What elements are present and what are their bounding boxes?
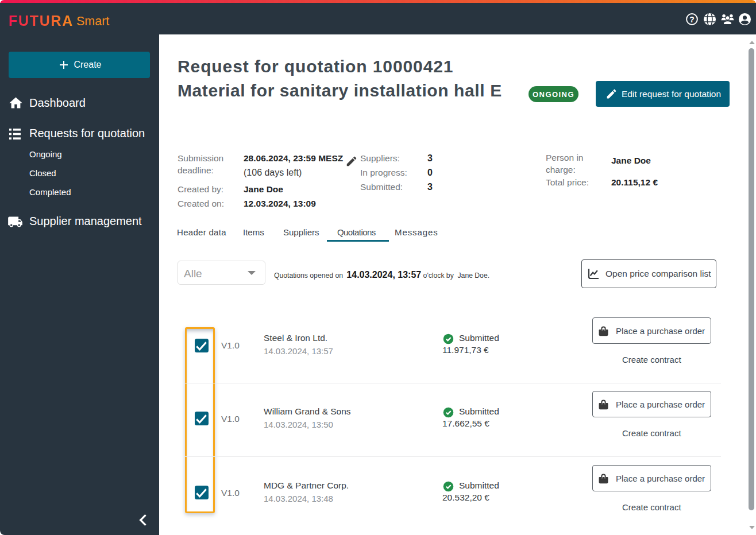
svg-text:?: ? — [689, 15, 695, 24]
